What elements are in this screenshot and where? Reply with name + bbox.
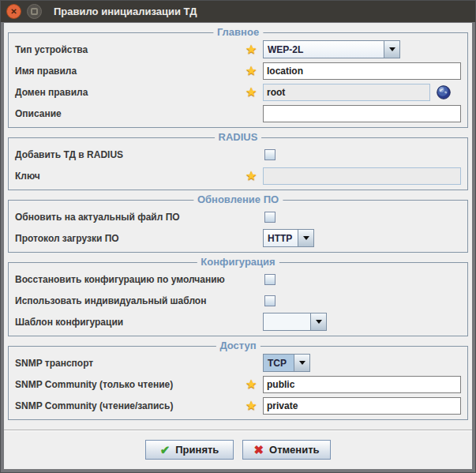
snmp-transport-label: SNMP транспорт (15, 358, 245, 369)
rule-name-label: Имя правила (15, 66, 245, 77)
firmware-update-label: Обновить на актуальный файл ПО (15, 212, 245, 223)
rule-domain-input[interactable] (263, 84, 430, 101)
firmware-update-row: Обновить на актуальный файл ПО (15, 206, 461, 227)
device-type-dropdown-button[interactable] (384, 41, 399, 58)
group-firmware: Обновление ПО Обновить на актуальный фай… (8, 200, 468, 253)
chevron-down-icon (303, 236, 309, 240)
use-template-row: Использовать индивидуальный шаблон (15, 290, 461, 311)
restore-config-label: Восстановить конфигурацию по умолчанию (15, 274, 245, 285)
chevron-down-icon (316, 320, 322, 324)
firmware-protocol-select[interactable]: HTTP (263, 229, 314, 247)
snmp-ro-row: SNMP Community (только чтение) ★ (15, 374, 461, 395)
snmp-transport-dropdown-button[interactable] (294, 355, 309, 371)
snmp-ro-label: SNMP Community (только чтение) (15, 379, 245, 390)
button-panel: ✔ Принять ✖ Отменить (4, 430, 472, 469)
accept-button-label: Принять (175, 444, 219, 456)
rule-name-row: Имя правила ★ (15, 60, 461, 81)
group-firmware-title: Обновление ПО (193, 193, 283, 205)
group-main-title: Главное (213, 26, 263, 38)
radius-key-label: Ключ (15, 171, 245, 182)
group-radius: RADIUS Добавить ТД в RADIUS Ключ ★ (8, 137, 468, 190)
required-star-icon: ★ (245, 65, 257, 77)
firmware-protocol-label: Протокол загрузки ПО (15, 233, 245, 244)
group-configuration-title: Конфигурация (197, 256, 279, 268)
add-ap-checkbox[interactable] (264, 149, 275, 160)
snmp-ro-input[interactable] (263, 376, 461, 393)
snmp-transport-select[interactable]: TCP (263, 354, 310, 372)
description-input[interactable] (263, 105, 461, 122)
config-template-value (264, 313, 310, 330)
restore-config-checkbox[interactable] (264, 274, 275, 285)
maximize-button[interactable] (27, 4, 42, 19)
titlebar: ✕ Правило инициализации ТД (1, 1, 475, 22)
required-star-icon: ★ (245, 400, 257, 412)
config-template-select[interactable] (263, 313, 327, 331)
firmware-protocol-value: HTTP (264, 230, 298, 246)
required-star-icon: ★ (245, 43, 257, 56)
close-button[interactable]: ✕ (6, 4, 21, 19)
rule-domain-label: Домен правила (15, 87, 245, 98)
maximize-icon (31, 8, 38, 15)
firmware-protocol-row: Протокол загрузки ПО HTTP (15, 227, 461, 249)
description-label: Описание (15, 108, 245, 119)
required-star-icon: ★ (245, 170, 257, 182)
cancel-button[interactable]: ✖ Отменить (242, 440, 331, 460)
domain-select-button[interactable] (437, 85, 451, 99)
device-type-select[interactable]: WEP-2L (263, 40, 400, 58)
device-type-label: Тип устройства (15, 44, 245, 55)
radius-key-row: Ключ ★ (15, 165, 461, 186)
rule-name-input[interactable] (263, 62, 461, 80)
restore-config-row: Восстановить конфигурацию по умолчанию (15, 268, 461, 290)
group-configuration: Конфигурация Восстановить конфигурацию п… (8, 262, 468, 336)
snmp-transport-value: TCP (264, 355, 294, 371)
close-icon: ✕ (10, 8, 17, 16)
required-star-icon: ★ (245, 86, 257, 99)
globe-icon (437, 85, 451, 99)
dialog-content: Главное Тип устройства ★ WEP-2L Имя прав… (4, 23, 472, 469)
firmware-update-checkbox[interactable] (264, 212, 275, 223)
snmp-transport-row: SNMP транспорт TCP (15, 352, 461, 374)
chevron-down-icon (389, 47, 395, 51)
config-template-dropdown-button[interactable] (310, 313, 326, 330)
cross-icon: ✖ (253, 444, 264, 456)
group-main: Главное Тип устройства ★ WEP-2L Имя прав… (8, 32, 468, 128)
use-template-label: Использовать индивидуальный шаблон (15, 295, 245, 306)
rule-domain-row: Домен правила ★ (15, 81, 461, 103)
group-access-title: Доступ (216, 340, 260, 351)
config-template-row: Шаблон конфигурации (15, 311, 461, 332)
add-ap-row: Добавить ТД в RADIUS (15, 144, 461, 165)
cancel-button-label: Отменить (269, 444, 320, 456)
config-template-label: Шаблон конфигурации (15, 317, 245, 328)
snmp-rw-label: SNMP Community (чтение/запись) (15, 400, 245, 411)
chevron-down-icon (299, 361, 305, 365)
use-template-checkbox[interactable] (264, 295, 275, 306)
snmp-rw-input[interactable] (263, 397, 461, 415)
required-star-icon: ★ (245, 378, 257, 391)
firmware-protocol-dropdown-button[interactable] (298, 230, 313, 246)
dialog-window: ✕ Правило инициализации ТД Главное Тип у… (0, 0, 476, 473)
accept-button[interactable]: ✔ Принять (145, 440, 234, 460)
group-access: Доступ SNMP транспорт TCP SNMP Community… (8, 346, 468, 420)
group-radius-title: RADIUS (215, 131, 262, 143)
device-type-value: WEP-2L (264, 41, 384, 58)
check-icon: ✔ (160, 444, 171, 456)
radius-key-input[interactable] (263, 167, 461, 185)
window-title: Правило инициализации ТД (54, 6, 197, 17)
description-row: Описание (15, 103, 461, 124)
add-ap-label: Добавить ТД в RADIUS (15, 149, 245, 160)
snmp-rw-row: SNMP Community (чтение/запись) ★ (15, 395, 461, 416)
device-type-row: Тип устройства ★ WEP-2L (15, 39, 461, 60)
